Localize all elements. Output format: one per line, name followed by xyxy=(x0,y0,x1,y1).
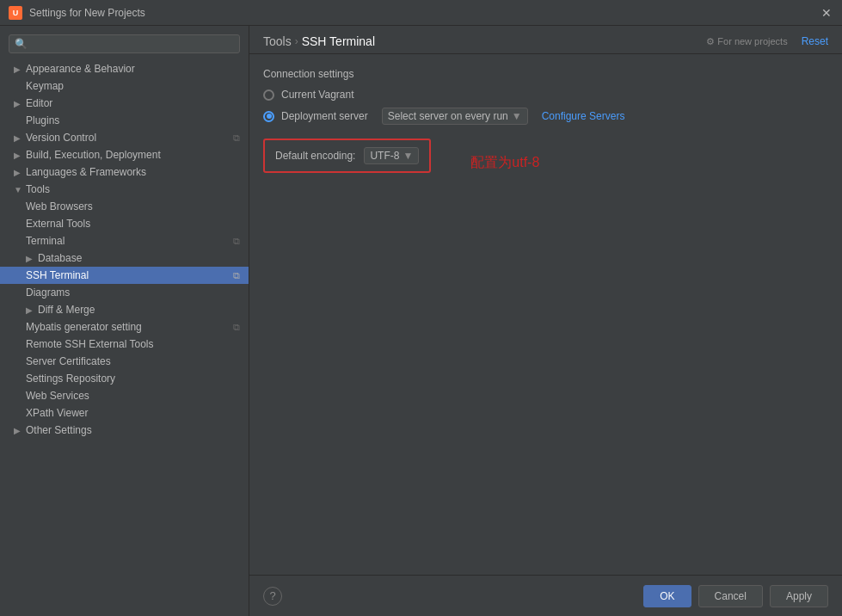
radio-row-vagrant: Current Vagrant xyxy=(263,89,828,101)
radio-vagrant-label: Current Vagrant xyxy=(281,89,354,101)
sidebar-item-diff-merge[interactable]: ▶ Diff & Merge xyxy=(0,301,249,318)
sidebar-item-xpath-viewer[interactable]: XPath Viewer xyxy=(0,404,249,422)
sidebar-item-label: Terminal xyxy=(26,235,65,247)
expand-arrow: ▶ xyxy=(14,426,22,435)
expand-arrow: ▶ xyxy=(14,133,22,143)
sidebar-item-label: Web Browsers xyxy=(26,200,93,213)
expand-arrow: ▶ xyxy=(26,305,34,315)
encoding-dropdown-value: UTF-8 xyxy=(370,150,399,162)
server-dropdown-value: Select server on every run xyxy=(388,110,508,122)
main-layout: 🔍 ▶ Appearance & Behavior Keymap ▶ Edito… xyxy=(0,26,842,616)
breadcrumb-current: SSH Terminal xyxy=(302,34,375,48)
connection-settings-label: Connection settings xyxy=(263,68,828,80)
sidebar-item-settings-repository[interactable]: Settings Repository xyxy=(0,370,249,387)
title-bar-left: U Settings for New Projects xyxy=(9,6,145,20)
copy-icon: ⧉ xyxy=(233,270,240,281)
sidebar-item-label: Server Certificates xyxy=(26,355,111,367)
expand-arrow: ▶ xyxy=(14,99,22,108)
sidebar-item-label: Database xyxy=(38,252,82,264)
sidebar-item-plugins[interactable]: Plugins xyxy=(0,112,249,129)
sidebar-item-web-services[interactable]: Web Services xyxy=(0,387,249,404)
breadcrumb: Tools › SSH Terminal xyxy=(263,34,375,48)
apply-button[interactable]: Apply xyxy=(770,585,828,607)
sidebar-item-label: Mybatis generator setting xyxy=(26,321,142,333)
bottom-buttons: OK Cancel Apply xyxy=(643,585,828,607)
bottom-bar: ? OK Cancel Apply xyxy=(249,575,842,616)
sidebar-item-other-settings[interactable]: ▶ Other Settings xyxy=(0,422,249,439)
app-logo: U xyxy=(9,6,22,20)
sidebar-item-external-tools[interactable]: External Tools xyxy=(0,215,249,232)
expand-arrow: ▶ xyxy=(14,168,22,177)
encoding-label: Default encoding: xyxy=(275,150,355,162)
sidebar-item-label: Plugins xyxy=(26,114,59,126)
sidebar-item-languages-frameworks[interactable]: ▶ Languages & Frameworks xyxy=(0,163,249,181)
sidebar-item-appearance-behavior[interactable]: ▶ Appearance & Behavior xyxy=(0,60,249,77)
reset-button[interactable]: Reset xyxy=(802,35,828,47)
title-bar: U Settings for New Projects ✕ xyxy=(0,0,842,26)
configure-servers-link[interactable]: Configure Servers xyxy=(542,110,625,122)
sidebar-item-label: Build, Execution, Deployment xyxy=(26,149,161,161)
sidebar-item-diagrams[interactable]: Diagrams xyxy=(0,284,249,301)
sidebar-item-label: Version Control xyxy=(26,132,96,144)
search-icon: 🔍 xyxy=(15,38,28,50)
sidebar-item-label: Appearance & Behavior xyxy=(26,63,135,75)
sidebar-item-label: Other Settings xyxy=(26,424,92,436)
sidebar-item-build-execution-deployment[interactable]: ▶ Build, Execution, Deployment xyxy=(0,146,249,163)
close-button[interactable]: ✕ xyxy=(820,6,833,20)
sidebar-item-ssh-terminal[interactable]: SSH Terminal ⧉ xyxy=(0,267,249,284)
sidebar-item-terminal[interactable]: Terminal ⧉ xyxy=(0,232,249,249)
expand-arrow: ▶ xyxy=(14,65,22,74)
sidebar-item-server-certificates[interactable]: Server Certificates xyxy=(0,353,249,370)
cancel-button[interactable]: Cancel xyxy=(698,585,763,607)
sidebar-item-label: Editor xyxy=(26,97,52,109)
sidebar-item-web-browsers[interactable]: Web Browsers xyxy=(0,198,249,215)
encoding-dropdown-arrow-icon: ▼ xyxy=(403,150,413,162)
sidebar-item-label: Keymap xyxy=(26,80,64,92)
sidebar-item-label: External Tools xyxy=(26,218,90,230)
radio-deployment-label: Deployment server xyxy=(281,110,368,122)
sidebar-item-label: Diff & Merge xyxy=(38,304,95,316)
sidebar-item-label: Settings Repository xyxy=(26,373,115,385)
search-box[interactable]: 🔍 xyxy=(9,34,240,53)
copy-icon: ⧉ xyxy=(233,132,240,144)
sidebar-item-label: Tools xyxy=(26,183,50,195)
expand-arrow: ▶ xyxy=(26,254,34,263)
sidebar-item-label: Diagrams xyxy=(26,286,70,299)
sidebar-item-mybatis-generator[interactable]: Mybatis generator setting ⧉ xyxy=(0,318,249,336)
sidebar-item-label: Languages & Frameworks xyxy=(26,166,146,178)
sidebar-item-label: Web Services xyxy=(26,390,89,402)
sidebar-item-tools[interactable]: ▼ Tools xyxy=(0,181,249,198)
sidebar-item-keymap[interactable]: Keymap xyxy=(0,77,249,95)
window-title: Settings for New Projects xyxy=(29,7,145,19)
sidebar-item-label: SSH Terminal xyxy=(26,269,89,281)
breadcrumb-separator: › xyxy=(295,35,298,47)
for-new-projects-label: ⚙ For new projects xyxy=(706,36,787,47)
sidebar-item-label: Remote SSH External Tools xyxy=(26,338,154,350)
content-area: Tools › SSH Terminal ⚙ For new projects … xyxy=(249,26,842,616)
annotation-text: 配置为utf-8 xyxy=(470,154,539,172)
copy-icon: ⧉ xyxy=(233,236,240,247)
server-dropdown[interactable]: Select server on every run ▼ xyxy=(382,108,528,125)
content-body: Connection settings Current Vagrant Depl… xyxy=(249,54,842,575)
radio-row-deployment: Deployment server Select server on every… xyxy=(263,108,828,125)
radio-deployment[interactable] xyxy=(263,111,274,122)
ok-button[interactable]: OK xyxy=(643,585,691,607)
sidebar-item-label: XPath Viewer xyxy=(26,407,89,419)
encoding-highlight-box: Default encoding: UTF-8 ▼ xyxy=(263,139,431,173)
expand-arrow: ▼ xyxy=(14,185,22,194)
help-button[interactable]: ? xyxy=(263,587,282,606)
content-header: Tools › SSH Terminal ⚙ For new projects … xyxy=(249,26,842,54)
sidebar: 🔍 ▶ Appearance & Behavior Keymap ▶ Edito… xyxy=(0,26,249,616)
dropdown-arrow-icon: ▼ xyxy=(512,110,522,122)
copy-icon: ⧉ xyxy=(233,322,240,333)
expand-arrow: ▶ xyxy=(14,151,22,160)
sidebar-item-editor[interactable]: ▶ Editor xyxy=(0,95,249,112)
sidebar-item-version-control[interactable]: ▶ Version Control ⧉ xyxy=(0,129,249,146)
radio-vagrant[interactable] xyxy=(263,89,274,101)
sidebar-item-remote-ssh-external-tools[interactable]: Remote SSH External Tools xyxy=(0,336,249,353)
search-input[interactable] xyxy=(31,38,234,50)
breadcrumb-parent: Tools xyxy=(263,34,292,48)
sidebar-item-database[interactable]: ▶ Database xyxy=(0,249,249,267)
encoding-row: Default encoding: UTF-8 ▼ 配置为utf-8 xyxy=(263,139,828,187)
encoding-dropdown[interactable]: UTF-8 ▼ xyxy=(364,147,419,164)
